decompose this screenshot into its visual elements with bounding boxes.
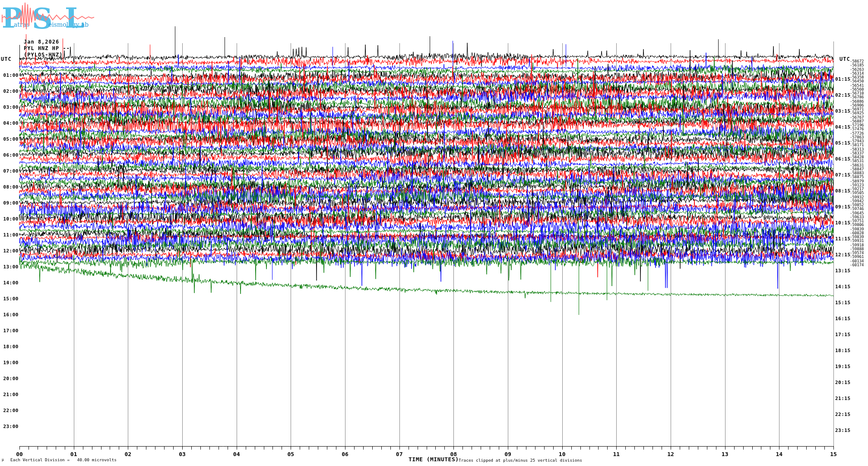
right-time-label: 05:15 [835, 141, 851, 145]
right-time-label: 13:15 [835, 268, 851, 273]
x-tick-label: 14 [770, 451, 788, 457]
division-note: Each Vertical Division = 40.00 microvolt… [10, 458, 117, 462]
right-time-label: 15:15 [835, 300, 851, 305]
right-time-label: 10:15 [835, 220, 851, 225]
trace-offset-value: -59505 [850, 191, 864, 195]
right-time-label: 21:15 [835, 396, 851, 401]
left-time-label: 01:00 [0, 73, 19, 78]
trace-offset-value: -59961 [850, 255, 864, 259]
left-time-label: 02:00 [0, 89, 19, 94]
right-time-label: 12:15 [835, 252, 851, 257]
x-tick-label: 13 [716, 451, 734, 457]
utc-label-left: UTC [1, 57, 12, 62]
x-tick-label: 02 [119, 451, 136, 457]
trace-offset-value: -59931 [850, 239, 864, 243]
right-time-label: 11:15 [835, 236, 851, 241]
logo-letter-p: P [2, 2, 22, 34]
left-time-label: 05:00 [0, 137, 19, 142]
seismogram-canvas [0, 0, 868, 466]
right-time-label: 20:15 [835, 380, 851, 385]
left-time-label: 17:00 [0, 328, 19, 333]
x-axis-title: TIME (MINUTES) [409, 457, 459, 462]
left-time-label: 22:00 [0, 408, 19, 413]
header-date: Jan 8,2026 [24, 39, 59, 44]
trace-offset-value: -56185 [850, 63, 864, 67]
clip-note: Traces clipped at plus/minus 25 vertical… [459, 458, 582, 463]
left-time-label: 12:00 [0, 249, 19, 253]
trace-offset-value: -58531 [850, 159, 864, 163]
microvolt-symbol: µ [2, 458, 4, 462]
right-time-label: 16:15 [835, 316, 851, 321]
left-time-label: 23:00 [0, 424, 19, 429]
left-time-label: 13:00 [0, 264, 19, 269]
left-time-label: 18:00 [0, 344, 19, 349]
trace-offset-value: -60174 [850, 263, 864, 267]
right-time-label: 01:15 [835, 77, 851, 82]
x-tick-label: 00 [11, 451, 28, 457]
trace-offset-value: -56450 [850, 79, 864, 83]
header-station: PYL HNZ HP -- [24, 46, 70, 51]
right-time-label: 08:15 [835, 189, 851, 193]
trace-offset-value: -56925 [850, 111, 864, 115]
right-time-label: 04:15 [835, 125, 851, 129]
right-time-label: 06:15 [835, 157, 851, 161]
right-time-label: 18:15 [835, 348, 851, 353]
left-time-label: 06:00 [0, 153, 19, 157]
x-tick-label: 03 [174, 451, 191, 457]
left-time-label: 15:00 [0, 296, 19, 301]
left-time-label: 19:00 [0, 360, 19, 365]
left-time-label: 20:00 [0, 376, 19, 381]
x-tick-label: 15 [825, 451, 842, 457]
left-time-label: 09:00 [0, 201, 19, 205]
x-tick-label: 10 [554, 451, 571, 457]
header-channel: (PYLOS-HNZ) [24, 52, 63, 57]
trace-offset-value: -59746 [850, 207, 864, 211]
trace-offset-value: -58171 [850, 143, 864, 147]
x-tick-label: 05 [282, 451, 299, 457]
x-tick-label: 06 [336, 451, 354, 457]
left-time-label: 21:00 [0, 392, 19, 397]
x-tick-label: 07 [391, 451, 408, 457]
right-time-label: 02:15 [835, 93, 851, 98]
trace-offset-value: -56786 [850, 95, 864, 99]
logo-word-ab: ab [81, 21, 89, 28]
right-time-label: 14:15 [835, 284, 851, 289]
left-time-label: 10:00 [0, 217, 19, 221]
left-time-label: 16:00 [0, 312, 19, 317]
helicorder-page: { "logo": { "letters": ["P","S","L"], "w… [0, 0, 868, 466]
trace-offset-value: -58875 [850, 175, 864, 179]
left-time-label: 14:00 [0, 280, 19, 285]
logo-letter-s: S [32, 2, 53, 34]
right-time-label: 23:15 [835, 428, 851, 433]
utc-label-right: UTC [839, 57, 850, 62]
left-time-label: 07:00 [0, 169, 19, 173]
x-tick-label: 11 [608, 451, 625, 457]
right-time-label: 19:15 [835, 364, 851, 369]
left-time-label: 08:00 [0, 185, 19, 189]
trace-offset-value: -57476 [850, 127, 864, 131]
x-tick-label: 01 [65, 451, 82, 457]
x-tick-label: 12 [662, 451, 679, 457]
right-time-label: 07:15 [835, 173, 851, 177]
x-tick-label: 04 [228, 451, 245, 457]
left-time-label: 04:00 [0, 121, 19, 126]
left-time-label: 11:00 [0, 233, 19, 237]
x-tick-label: 09 [499, 451, 516, 457]
right-time-label: 22:15 [835, 412, 851, 417]
right-time-label: 17:15 [835, 332, 851, 337]
trace-offset-value: -59806 [850, 223, 864, 227]
right-time-label: 09:15 [835, 205, 851, 209]
psl-logo: P atras S eismology L ab [1, 1, 130, 34]
right-time-label: 03:15 [835, 109, 851, 113]
left-time-label: 03:00 [0, 105, 19, 110]
